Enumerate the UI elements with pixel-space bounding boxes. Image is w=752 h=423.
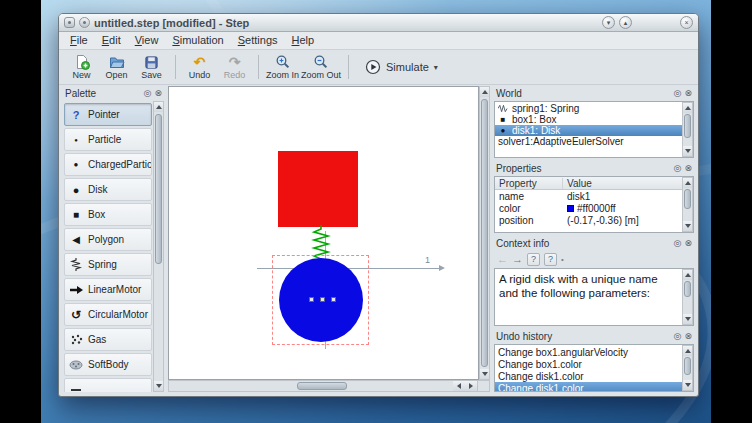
world-item-box1[interactable]: ■ box1: Box [495,114,682,125]
palette-item-spring[interactable]: Spring [64,253,152,276]
scrollbar-thumb[interactable] [684,189,691,209]
palette-item-linear-motor[interactable]: LinearMotor [64,278,152,301]
undo-item[interactable]: Change box1.color [495,358,682,370]
properties-column-headers[interactable]: Property Value [495,177,682,190]
property-row-color[interactable]: color #ff0000ff [495,202,682,214]
palette-item-charged-particle[interactable]: ● ChargedPartic [64,153,152,176]
open-button[interactable]: Open [100,51,133,83]
scroll-left-button[interactable] [453,381,465,391]
scrollbar-thumb[interactable] [481,99,488,367]
palette-item-polygon[interactable]: ◀ Polygon [64,228,152,251]
world-item-solver1[interactable]: solver1:AdaptiveEulerSolver [495,136,682,147]
palette-item-partial[interactable] [64,378,152,392]
zoom-in-button[interactable]: Zoom In [266,51,299,83]
scroll-up-button[interactable] [683,103,692,113]
maximize-button[interactable]: ▴ [619,16,632,29]
undo-item-current[interactable]: Change disk1.color [495,382,682,392]
selection-handle[interactable] [320,297,325,302]
titlebar[interactable]: untitled.step [modified] - Step ▾ ▴ × [59,14,698,32]
help-button[interactable]: ? [527,253,540,266]
zoom-out-button[interactable]: Zoom Out [301,51,341,83]
scroll-up-button[interactable] [480,87,489,97]
scrollbar-thumb[interactable] [684,114,691,138]
float-panel-icon[interactable]: ◎ [674,89,682,98]
menu-simulation[interactable]: Simulation [165,33,230,48]
selection-handle[interactable] [331,297,336,302]
palette-item-disk[interactable]: ● Disk [64,178,152,201]
close-panel-icon[interactable]: ⊗ [684,89,692,98]
close-panel-icon[interactable]: ⊗ [154,89,162,98]
scrollbar-thumb[interactable] [297,382,347,390]
close-panel-icon[interactable]: ⊗ [684,239,692,248]
properties-scrollbar[interactable] [682,177,693,232]
forward-button[interactable]: → [512,254,523,265]
menu-view[interactable]: View [128,33,166,48]
scroll-down-button[interactable] [683,314,692,324]
scrollbar-thumb[interactable] [684,357,691,375]
close-panel-icon[interactable]: ⊗ [684,332,692,341]
palette-item-soft-body[interactable]: SoftBody [64,353,152,376]
float-panel-icon[interactable]: ◎ [674,332,682,341]
palette-item-pointer[interactable]: ? Pointer [64,103,152,126]
box1-shape[interactable] [278,151,358,227]
canvas-vertical-scrollbar[interactable] [479,86,490,380]
color-swatch[interactable] [567,205,574,212]
simulation-canvas[interactable]: 1 [168,86,479,380]
selection-handle[interactable] [309,297,314,302]
scrollbar-thumb[interactable] [155,114,162,264]
menu-edit[interactable]: Edit [95,33,128,48]
world-item-spring1[interactable]: spring1: Spring [495,103,682,114]
world-item-disk1[interactable]: ● disk1: Disk [495,125,682,136]
simulate-button[interactable]: Simulate ▾ [356,54,447,80]
undo-item[interactable]: Change box1.angularVelocity [495,346,682,358]
new-button[interactable]: New [65,51,98,83]
redo-button[interactable]: ↷ Redo [218,51,251,83]
scrollbar-track[interactable] [683,356,692,380]
scroll-up-button[interactable] [683,346,692,356]
property-row-position[interactable]: position (-0.17,-0.36) [m] [495,214,682,226]
float-panel-icon[interactable]: ◎ [144,89,152,98]
scroll-up-button[interactable] [683,178,692,188]
undo-item[interactable]: Change disk1.color [495,370,682,382]
scrollbar-track[interactable] [683,113,692,146]
scroll-down-button[interactable] [683,380,692,390]
back-button[interactable]: ← [497,254,508,265]
save-button[interactable]: Save [135,51,168,83]
context-scrollbar[interactable] [682,269,693,325]
property-value[interactable]: disk1 [567,191,590,202]
menu-help[interactable]: Help [285,33,322,48]
palette-scrollbar[interactable] [153,101,164,392]
palette-item-particle[interactable]: ● Particle [64,128,152,151]
scroll-right-button[interactable] [465,381,477,391]
scrollbar-thumb[interactable] [684,281,691,297]
palette-item-box[interactable]: ■ Box [64,203,152,226]
scroll-down-button[interactable] [480,369,489,379]
float-panel-icon[interactable]: ◎ [674,164,682,173]
scrollbar-track[interactable] [683,280,692,314]
palette-item-circular-motor[interactable]: ↺ CircularMotor [64,303,152,326]
whats-this-button[interactable]: ? [544,253,557,266]
float-panel-icon[interactable]: ◎ [674,239,682,248]
scrollbar-track[interactable] [154,112,163,381]
undo-history-scrollbar[interactable] [682,345,693,391]
minimize-button[interactable]: ▾ [602,16,615,29]
scrollbar-track[interactable] [683,188,692,221]
scroll-down-button[interactable] [154,381,163,391]
scroll-up-button[interactable] [683,270,692,280]
canvas-horizontal-scrollbar[interactable] [168,380,478,392]
menu-settings[interactable]: Settings [231,33,285,48]
undo-button[interactable]: ↶ Undo [183,51,216,83]
property-row-name[interactable]: name disk1 [495,190,682,202]
scrollbar-track[interactable] [169,381,453,391]
titlebar-config-icon[interactable] [79,17,90,28]
property-value[interactable]: #ff0000ff [577,203,616,214]
scroll-down-button[interactable] [683,146,692,156]
scroll-up-button[interactable] [154,102,163,112]
close-button[interactable]: × [680,16,693,29]
scroll-down-button[interactable] [683,221,692,231]
palette-item-gas[interactable]: Gas [64,328,152,351]
property-value[interactable]: (-0.17,-0.36) [m] [567,215,639,226]
scrollbar-track[interactable] [480,97,489,369]
world-scrollbar[interactable] [682,102,693,157]
close-panel-icon[interactable]: ⊗ [684,164,692,173]
